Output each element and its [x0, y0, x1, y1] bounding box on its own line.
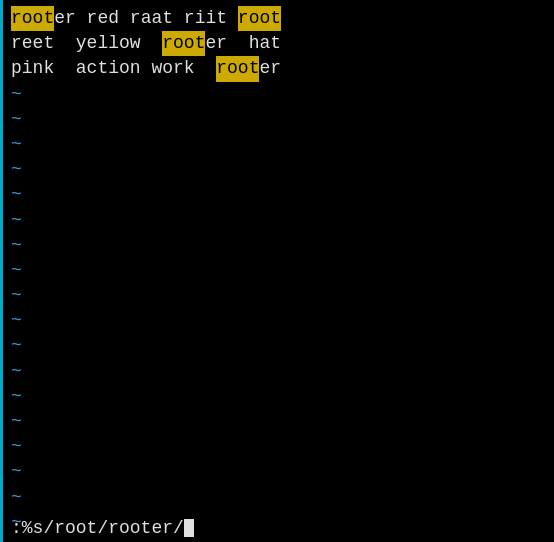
editor-content: rooter red raat riit root reet yellow ro… [11, 6, 546, 536]
tilde-4: ~ [11, 157, 546, 182]
cursor [184, 519, 194, 537]
tilde-16: ~ [11, 459, 546, 484]
word-pink-action-work: pink action work [11, 56, 216, 81]
tilde-3: ~ [11, 132, 546, 157]
text-line-1: rooter red raat riit root [11, 6, 546, 31]
tilde-6: ~ [11, 208, 546, 233]
tilde-5: ~ [11, 182, 546, 207]
tilde-8: ~ [11, 258, 546, 283]
tilde-2: ~ [11, 107, 546, 132]
text-line-2: reet yellow rooter hat [11, 31, 546, 56]
highlight-root-4: root [216, 56, 259, 81]
terminal-window: rooter red raat riit root reet yellow ro… [0, 0, 554, 542]
highlight-root-3: root [162, 31, 205, 56]
tilde-14: ~ [11, 409, 546, 434]
tilde-7: ~ [11, 233, 546, 258]
tilde-11: ~ [11, 333, 546, 358]
word-er-hat: er hat [205, 31, 281, 56]
command-text: :%s/root/rooter/ [11, 518, 184, 538]
tilde-17: ~ [11, 485, 546, 510]
tilde-15: ~ [11, 434, 546, 459]
word-reet-yellow: reet yellow [11, 31, 162, 56]
word-er-red-raat-riit: er red raat riit [54, 6, 238, 31]
word-er-end: er [259, 56, 281, 81]
text-line-3: pink action work rooter [11, 56, 546, 81]
tilde-13: ~ [11, 384, 546, 409]
tilde-9: ~ [11, 283, 546, 308]
tilde-10: ~ [11, 308, 546, 333]
command-bar[interactable]: :%s/root/rooter/ [3, 514, 554, 542]
tilde-12: ~ [11, 359, 546, 384]
highlight-root-1: root [11, 6, 54, 31]
highlight-root-2: root [238, 6, 281, 31]
tilde-1: ~ [11, 82, 546, 107]
